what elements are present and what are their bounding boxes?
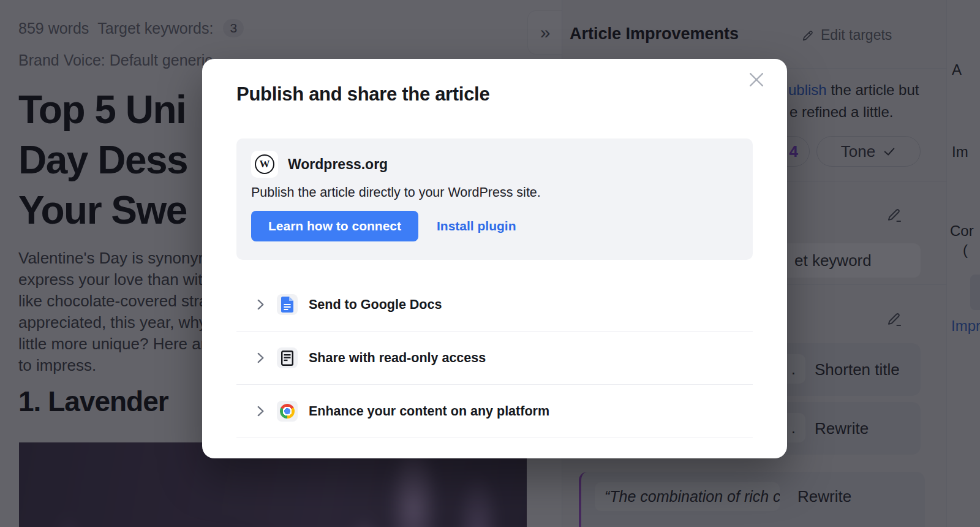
wordpress-actions: Learn how to connect Install plugin bbox=[251, 211, 516, 241]
option-label: Enhance your content on any platform bbox=[309, 404, 549, 419]
app-window: 859 words Target keywords: 3 » Brand Voi… bbox=[0, 0, 980, 527]
chrome-icon bbox=[277, 401, 298, 422]
wordpress-card-header: W Wordpress.org bbox=[251, 151, 738, 178]
chevron-right-icon bbox=[252, 403, 271, 419]
chevron-right-icon bbox=[252, 350, 271, 366]
option-send-to-google-docs[interactable]: Send to Google Docs bbox=[236, 278, 753, 332]
google-docs-icon bbox=[277, 294, 298, 315]
share-options-list: Send to Google Docs Share with read-only… bbox=[236, 278, 753, 438]
close-button[interactable] bbox=[744, 67, 769, 92]
install-plugin-link[interactable]: Install plugin bbox=[437, 219, 516, 233]
dialog-title: Publish and share the article bbox=[236, 83, 489, 105]
publish-share-dialog: Publish and share the article W Wordpres… bbox=[202, 59, 787, 458]
wordpress-card: W Wordpress.org Publish the article dire… bbox=[236, 138, 753, 260]
close-icon bbox=[746, 69, 767, 90]
option-share-read-only[interactable]: Share with read-only access bbox=[236, 332, 753, 385]
learn-how-to-connect-button[interactable]: Learn how to connect bbox=[251, 211, 418, 241]
chevron-right-icon bbox=[252, 297, 271, 313]
wordpress-description: Publish the article directly to your Wor… bbox=[251, 185, 541, 200]
option-label: Share with read-only access bbox=[309, 351, 486, 366]
wordpress-icon: W bbox=[251, 151, 278, 178]
option-enhance-any-platform[interactable]: Enhance your content on any platform bbox=[236, 385, 753, 438]
option-label: Send to Google Docs bbox=[309, 297, 442, 313]
wordpress-logo-letter: W bbox=[255, 154, 274, 174]
wordpress-name: Wordpress.org bbox=[288, 156, 388, 173]
read-only-doc-icon bbox=[277, 347, 298, 368]
